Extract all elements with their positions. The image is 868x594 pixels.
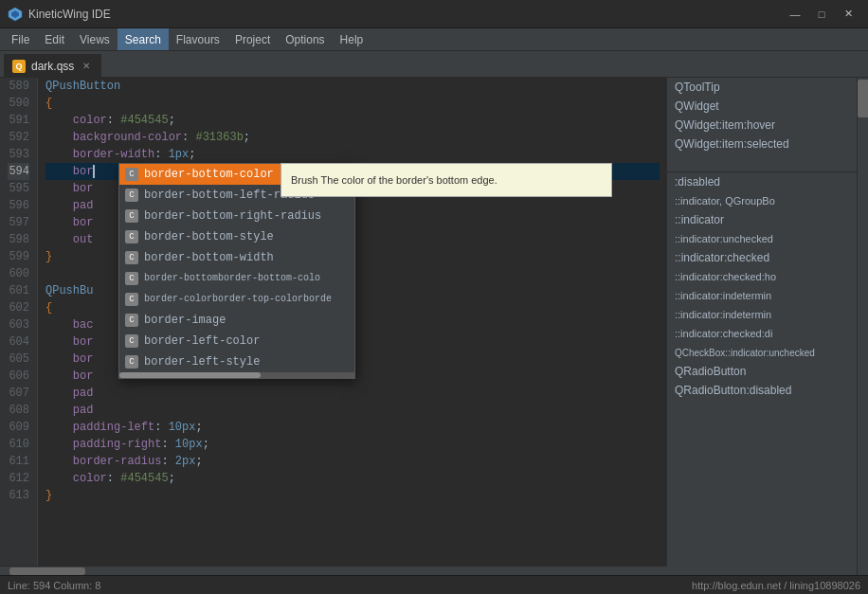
line-num-594: 594 — [8, 163, 29, 180]
code-line-593: border-width: 1px; — [45, 146, 660, 163]
code-area[interactable]: QPushButton { color: #454545; background… — [38, 78, 667, 566]
ac-icon-7: C — [125, 314, 138, 327]
autocomplete-item-9[interactable]: C border-left-style — [119, 351, 354, 372]
menu-options[interactable]: Options — [278, 28, 332, 50]
autocomplete-item-4[interactable]: C border-bottom-width — [119, 247, 354, 268]
status-position: Line: 594 Column: 8 — [8, 580, 100, 591]
menubar: File Edit Views Search Flavours Project … — [0, 28, 868, 51]
autocomplete-label-0: border-bottom-color — [144, 166, 274, 183]
tooltip-text: Brush The color of the border's bottom e… — [291, 174, 497, 186]
main-area: 589 590 591 592 593 594 595 596 597 598 … — [0, 78, 868, 575]
app-icon — [8, 7, 23, 22]
minimize-button[interactable]: — — [783, 5, 807, 24]
menu-file[interactable]: File — [4, 28, 37, 50]
panel-item-indicator-checked-hover[interactable]: ::indicator:checked:ho — [667, 267, 857, 286]
line-num-602: 602 — [8, 299, 29, 316]
line-num-612: 612 — [8, 470, 29, 487]
line-num-607: 607 — [8, 385, 29, 402]
menu-help[interactable]: Help — [333, 28, 371, 50]
panel-scrollbar-thumb[interactable] — [858, 80, 868, 117]
code-line-591: color: #454545; — [45, 112, 660, 129]
panel-item-indicator-unchecked[interactable]: ::indicator:unchecked — [667, 229, 857, 248]
line-numbers: 589 590 591 592 593 594 595 596 597 598 … — [0, 78, 38, 566]
scrollbar-thumb[interactable] — [9, 567, 85, 575]
code-line-607: pad — [45, 385, 660, 402]
autocomplete-label-6: border-colorborder-top-colorborde — [144, 291, 332, 308]
panel-item-indicator-indet1[interactable]: ::indicator:indetermin — [667, 286, 857, 305]
right-panel: QToolTip QWidget QWidget:item:hover QWid… — [667, 78, 857, 575]
menu-search[interactable]: Search — [118, 28, 169, 50]
ac-icon-3: C — [125, 230, 138, 243]
line-num-610: 610 — [8, 436, 29, 453]
code-line-609: padding-left: 10px; — [45, 419, 660, 436]
panel-scrollbar[interactable] — [857, 78, 868, 575]
line-num-604: 604 — [8, 333, 29, 351]
tabbar: Q dark.qss ✕ — [0, 51, 868, 78]
line-num-599: 599 — [8, 248, 29, 265]
line-num-590: 590 — [8, 95, 29, 112]
panel-item-checkbox[interactable]: QCheckBox::indicator:unchecked — [667, 343, 857, 362]
line-num-597: 597 — [8, 214, 29, 231]
line-num-596: 596 — [8, 197, 29, 214]
line-num-598: 598 — [8, 231, 29, 248]
tab-label: dark.qss — [31, 60, 74, 73]
autocomplete-label-5: border-bottomborder-bottom-colo — [144, 270, 320, 287]
menu-views[interactable]: Views — [72, 28, 118, 50]
panel-item-indicator[interactable]: ::indicator — [667, 210, 857, 229]
panel-item-radio-disabled[interactable]: QRadioButton:disabled — [667, 381, 857, 400]
panel-item-indicator-indet2[interactable]: ::indicator:indetermin — [667, 305, 857, 324]
autocomplete-item-3[interactable]: C border-bottom-style — [119, 226, 354, 247]
app-title: KineticWing IDE — [28, 8, 111, 21]
window-controls: — □ ✕ — [783, 5, 860, 24]
editor-scrollbar[interactable] — [0, 566, 667, 575]
menu-edit[interactable]: Edit — [37, 28, 72, 50]
ac-icon-9: C — [125, 355, 138, 369]
editor[interactable]: 589 590 591 592 593 594 595 596 597 598 … — [0, 78, 667, 575]
code-line-613: } — [45, 487, 660, 504]
autocomplete-label-4: border-bottom-width — [144, 249, 274, 266]
line-num-609: 609 — [8, 419, 29, 436]
tab-close-button[interactable]: ✕ — [80, 60, 93, 73]
panel-item-widget-selected[interactable]: QWidget:item:selected — [667, 135, 857, 153]
panel-item-tooltip[interactable]: QToolTip — [667, 78, 857, 97]
autocomplete-item-6[interactable]: C border-colorborder-top-colorborde — [119, 289, 354, 310]
autocomplete-label-2: border-bottom-right-radius — [144, 207, 321, 225]
line-num-591: 591 — [8, 112, 29, 129]
ac-icon-6: C — [125, 293, 138, 306]
code-line-589: QPushButton — [45, 78, 660, 95]
code-line-608: pad — [45, 402, 660, 419]
panel-item-disabled[interactable]: :disabled — [667, 172, 857, 191]
code-line-592: background-color: #31363b; — [45, 129, 660, 146]
close-button[interactable]: ✕ — [836, 5, 860, 24]
ac-icon-0: C — [125, 168, 138, 181]
line-num-608: 608 — [8, 402, 29, 419]
autocomplete-scrollbar — [119, 372, 354, 378]
maximize-button[interactable]: □ — [809, 5, 834, 24]
line-num-600: 600 — [8, 265, 29, 282]
code-line-611: border-radius: 2px; — [45, 453, 660, 470]
panel-item-indicator-checked-di[interactable]: ::indicator:checked:di — [667, 324, 857, 343]
panel-item-sep1 — [667, 153, 857, 172]
panel-item-radio[interactable]: QRadioButton — [667, 362, 857, 381]
autocomplete-item-7[interactable]: C border-image — [119, 310, 354, 331]
scrollbar-track[interactable] — [0, 567, 667, 575]
code-line-590: { — [45, 95, 660, 112]
tab-dark-qss[interactable]: Q dark.qss ✕ — [4, 54, 101, 77]
autocomplete-label-9: border-left-style — [144, 353, 260, 370]
autocomplete-item-8[interactable]: C border-left-color — [119, 331, 354, 351]
line-num-592: 592 — [8, 129, 29, 146]
titlebar: KineticWing IDE — □ ✕ — [0, 0, 868, 28]
panel-item-indicator-group[interactable]: ::indicator, QGroupBo — [667, 191, 857, 210]
statusbar: Line: 594 Column: 8 http://blog.edun.net… — [0, 575, 868, 594]
menu-flavours[interactable]: Flavours — [169, 28, 227, 50]
status-url: http://blog.edun.net / lining10898026 — [692, 580, 860, 591]
autocomplete-item-5[interactable]: C border-bottomborder-bottom-colo — [119, 268, 354, 289]
panel-item-widget[interactable]: QWidget — [667, 97, 857, 116]
panel-item-widget-hover[interactable]: QWidget:item:hover — [667, 116, 857, 135]
panel-item-indicator-checked[interactable]: ::indicator:checked — [667, 248, 857, 267]
ac-icon-5: C — [125, 272, 138, 285]
tooltip-popup: Brush The color of the border's bottom e… — [280, 163, 612, 197]
menu-project[interactable]: Project — [227, 28, 278, 50]
autocomplete-item-2[interactable]: C border-bottom-right-radius — [119, 206, 354, 226]
code-line-612: color: #454545; — [45, 470, 660, 487]
